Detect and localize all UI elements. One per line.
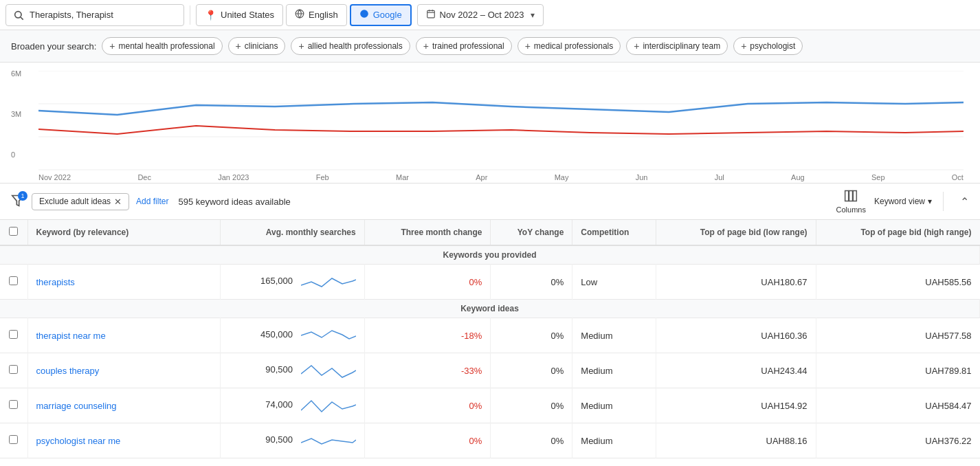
th-avg-searches[interactable]: Avg. monthly searches	[220, 220, 364, 245]
keyword-therapists[interactable]: therapists	[27, 265, 220, 300]
row-checkbox-1[interactable]	[0, 318, 27, 353]
bid-low-3: UAH154.92	[656, 388, 816, 423]
yoy-4: 0%	[491, 423, 572, 458]
row-checkbox-therapists[interactable]	[0, 265, 27, 300]
section-ideas-label: Keyword ideas	[0, 300, 980, 318]
yoy-3: 0%	[491, 388, 572, 423]
date-chip[interactable]: Nov 2022 – Oct 2023 ▾	[417, 4, 544, 26]
filter-bar: 1 Exclude adult ideas ✕ Add filter 595 k…	[0, 183, 980, 220]
bid-high-4: UAH376.22	[816, 423, 979, 458]
row-checkbox-3[interactable]	[0, 388, 27, 423]
row-checkbox-2[interactable]	[0, 353, 27, 388]
checkbox-2[interactable]	[9, 365, 18, 374]
plus-icon-4: +	[525, 41, 531, 52]
top-divider-1	[190, 5, 190, 25]
filter-button[interactable]: 1	[11, 194, 25, 210]
yoy-2: 0%	[491, 353, 572, 388]
bid-high-therapists: UAH585.56	[816, 265, 979, 300]
broaden-tag-label-4: medical professionals	[534, 41, 613, 51]
broaden-tag-label-2: allied health professionals	[308, 41, 403, 51]
collapse-button[interactable]: ⌃	[960, 195, 969, 208]
keyword-view-chevron: ▾	[928, 197, 932, 206]
filter-right-controls: Columns Keyword view ▾ ⌃	[836, 189, 969, 214]
broaden-tag-label-5: interdisciplinary team	[643, 41, 720, 51]
exclude-adult-tag[interactable]: Exclude adult ideas ✕	[32, 193, 129, 210]
location-icon: 📍	[205, 10, 216, 21]
th-bid-low[interactable]: Top of page bid (low range)	[656, 220, 816, 245]
broaden-tag-4[interactable]: + medical professionals	[517, 37, 621, 55]
table-row: therapist near me 450,000 -18% 0% Medium…	[0, 318, 980, 353]
checkbox-therapists[interactable]	[9, 276, 18, 285]
sparkline-1	[301, 325, 356, 346]
section-provided: Keywords you provided	[0, 245, 980, 265]
broaden-tag-0[interactable]: + mental health professional	[102, 37, 222, 55]
three-month-1: -18%	[364, 318, 491, 353]
x-label-6: May	[555, 173, 569, 181]
language-chip[interactable]: English	[286, 4, 347, 26]
keyword-couples-therapy[interactable]: couples therapy	[27, 353, 220, 388]
language-icon	[295, 9, 304, 21]
columns-icon	[844, 189, 858, 203]
location-chip[interactable]: 📍 United States	[196, 4, 283, 26]
th-competition[interactable]: Competition	[572, 220, 656, 245]
language-label: English	[309, 10, 338, 20]
yoy-1: 0%	[491, 318, 572, 353]
chart-svg	[38, 71, 964, 170]
three-month-4: 0%	[364, 423, 491, 458]
checkbox-1[interactable]	[9, 330, 18, 339]
broaden-tag-2[interactable]: + allied health professionals	[291, 37, 410, 55]
keyword-psychologist-near-me[interactable]: psychologist near me	[27, 423, 220, 458]
table-header-row: Keyword (by relevance) Avg. monthly sear…	[0, 220, 980, 245]
broaden-bar: Broaden your search: + mental health pro…	[0, 30, 980, 63]
plus-icon-2: +	[298, 41, 304, 52]
filter-badge: 1	[18, 191, 27, 201]
x-label-8: Jul	[715, 173, 724, 181]
svg-rect-14	[849, 191, 853, 201]
chart-x-labels: Nov 2022 Dec Jan 2023 Feb Mar Apr May Ju…	[38, 170, 964, 181]
keyword-table: Keyword (by relevance) Avg. monthly sear…	[0, 220, 980, 458]
plus-icon-1: +	[236, 41, 241, 52]
chart-area: 6M 3M 0 Nov 2022 Dec Jan 2023 Feb Mar Ap…	[0, 63, 980, 183]
broaden-tag-6[interactable]: + psychologist	[733, 37, 803, 55]
sparkline-3	[301, 395, 356, 416]
th-bid-high[interactable]: Top of page bid (high range)	[816, 220, 979, 245]
x-label-1: Dec	[137, 173, 151, 181]
competition-3: Medium	[572, 388, 656, 423]
keyword-view-button[interactable]: Keyword view ▾	[874, 197, 932, 206]
bid-low-4: UAH88.16	[656, 423, 816, 458]
search-box[interactable]: Therapists, Therapist	[5, 4, 184, 26]
location-label: United States	[221, 10, 274, 20]
add-filter-button[interactable]: Add filter	[136, 197, 168, 206]
avg-3: 74,000	[220, 388, 364, 423]
x-label-4: Mar	[396, 173, 409, 181]
platform-chip[interactable]: Google	[350, 4, 412, 26]
svg-rect-13	[845, 191, 849, 201]
x-label-5: Apr	[476, 173, 487, 181]
checkbox-4[interactable]	[9, 435, 18, 444]
bid-high-1: UAH577.58	[816, 318, 979, 353]
avg-therapists: 165,000	[220, 265, 364, 300]
exclude-adult-close[interactable]: ✕	[114, 197, 122, 207]
competition-therapists: Low	[572, 265, 656, 300]
x-label-2: Jan 2023	[218, 173, 249, 181]
bid-low-1: UAH160.36	[656, 318, 816, 353]
plus-icon-0: +	[109, 41, 115, 52]
th-checkbox[interactable]	[0, 220, 27, 245]
broaden-tag-5[interactable]: + interdisciplinary team	[626, 37, 728, 55]
columns-button[interactable]: Columns	[836, 189, 866, 214]
th-three-month[interactable]: Three month change	[364, 220, 491, 245]
keyword-therapist-near-me[interactable]: therapist near me	[27, 318, 220, 353]
broaden-tag-1[interactable]: + clinicians	[228, 37, 286, 55]
broaden-tag-3[interactable]: + trained professional	[416, 37, 512, 55]
search-icon	[13, 10, 24, 21]
three-month-3: 0%	[364, 388, 491, 423]
broaden-tag-label-0: mental health professional	[118, 41, 214, 51]
row-checkbox-4[interactable]	[0, 423, 27, 458]
select-all-checkbox[interactable]	[9, 227, 18, 236]
checkbox-3[interactable]	[9, 400, 18, 409]
x-label-10: Sep	[871, 173, 885, 181]
th-keyword[interactable]: Keyword (by relevance)	[27, 220, 220, 245]
keyword-marriage-counseling[interactable]: marriage counseling	[27, 388, 220, 423]
table-row: therapists 165,000 0% 0% Low UAH180.67 U…	[0, 265, 980, 300]
th-yoy[interactable]: YoY change	[491, 220, 572, 245]
